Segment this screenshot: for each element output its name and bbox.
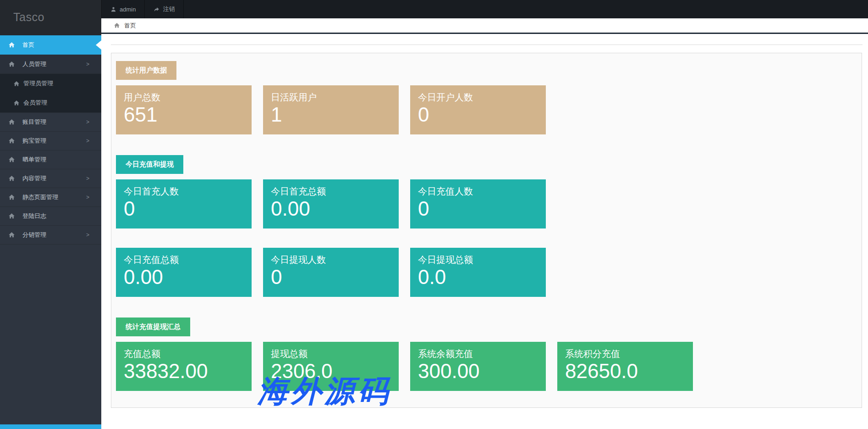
home-icon — [8, 232, 15, 238]
stat-card: 今日开户人数 0 — [410, 85, 546, 134]
home-icon — [114, 22, 120, 28]
stat-card: 今日首充总额 0.00 — [263, 179, 399, 228]
sidebar-item-label: 首页 — [22, 41, 34, 49]
stat-card: 今日充值总额 0.00 — [116, 248, 252, 297]
user-icon — [110, 6, 116, 12]
sidebar-item-label: 晒单管理 — [22, 156, 46, 164]
stat-card-title: 提现总额 — [271, 348, 399, 360]
sidebar: Tasco 首页 人员管理 > 管理员管理 — [0, 0, 101, 429]
stat-card-value: 0 — [418, 104, 546, 125]
stat-card-value: 0.00 — [124, 267, 252, 288]
home-icon — [13, 100, 20, 106]
sidebar-item-label: 内容管理 — [22, 174, 46, 183]
stats-section: 统计用户数据 用户总数 651 日活跃用户 1 今日开户人数 0 — [116, 61, 856, 134]
chevron-right-icon: > — [86, 194, 89, 201]
stat-card-value: 0 — [418, 198, 546, 219]
stat-card-title: 今日充值人数 — [418, 185, 546, 198]
sidebar-item-label: 购宝管理 — [22, 137, 46, 145]
divider — [111, 45, 863, 45]
logout-icon — [154, 6, 159, 12]
sidebar-nav: 首页 人员管理 > 管理员管理 会员管理 — [0, 35, 101, 245]
stat-card-title: 今日首充人数 — [124, 185, 252, 198]
stat-card: 今日充值人数 0 — [410, 179, 546, 228]
stat-cards-row: 今日首充人数 0 今日首充总额 0.00 今日充值人数 0 — [116, 179, 856, 228]
sidebar-item[interactable]: 购宝管理 > — [0, 132, 101, 150]
stat-card: 日活跃用户 1 — [263, 85, 399, 134]
app-logo: Tasco — [0, 0, 101, 35]
stat-card-value: 33832.00 — [124, 361, 252, 382]
stat-card: 今日提现总额 0.0 — [410, 248, 546, 297]
stat-card: 充值总额 33832.00 — [116, 342, 252, 391]
sidebar-item[interactable]: 晒单管理 — [0, 150, 101, 169]
sidebar-submenu: 管理员管理 会员管理 — [0, 74, 101, 113]
stat-card: 今日提现人数 0 — [263, 248, 399, 297]
stat-cards-row: 充值总额 33832.00 提现总额 2306.0 系统余额充值 300.00 … — [116, 342, 856, 391]
active-item-notch — [96, 40, 101, 50]
stat-cards-row: 今日充值总额 0.00 今日提现人数 0 今日提现总额 0.0 — [116, 248, 856, 297]
breadcrumb: 首页 — [101, 18, 868, 34]
chevron-right-icon: > — [86, 232, 89, 238]
stat-card: 今日首充人数 0 — [116, 179, 252, 228]
sidebar-subitem-label: 管理员管理 — [23, 79, 53, 88]
stat-card-value: 651 — [124, 104, 252, 125]
stat-card: 系统余额充值 300.00 — [410, 342, 546, 391]
home-icon — [8, 61, 15, 67]
stat-card-title: 用户总数 — [124, 91, 252, 104]
home-icon — [8, 138, 15, 144]
main-content: 统计用户数据 用户总数 651 日活跃用户 1 今日开户人数 0 今日充值和提现… — [101, 34, 868, 429]
stat-card-value: 1 — [271, 104, 399, 125]
home-icon — [8, 213, 15, 219]
stats-section: 统计充值提现汇总 充值总额 33832.00 提现总额 2306.0 系统余额充… — [116, 318, 856, 391]
sidebar-item-label: 静态页面管理 — [22, 193, 58, 201]
stat-card-value: 0.00 — [271, 198, 399, 219]
topbar: admin 注销 — [101, 0, 868, 18]
sidebar-item[interactable]: 账目管理 > — [0, 113, 101, 132]
home-icon — [13, 81, 20, 87]
stat-card-title: 充值总额 — [124, 348, 252, 360]
sidebar-item[interactable]: 登陆日志 — [0, 207, 101, 226]
sidebar-item[interactable]: 人员管理 > — [0, 55, 101, 74]
home-icon — [8, 156, 15, 163]
stat-card-title: 今日充值总额 — [124, 254, 252, 266]
sidebar-subitem-label: 会员管理 — [23, 99, 47, 107]
user-menu[interactable]: admin — [101, 0, 145, 18]
sidebar-bottom-highlight — [0, 424, 101, 429]
sidebar-item[interactable]: 内容管理 > — [0, 169, 101, 188]
stat-card-title: 今日提现人数 — [271, 254, 399, 266]
home-icon — [8, 194, 15, 201]
stats-section: 今日充值和提现 今日首充人数 0 今日首充总额 0.00 今日充值人数 0 今日… — [116, 155, 856, 297]
stat-card-value: 0 — [124, 198, 252, 219]
home-icon — [8, 42, 15, 48]
sidebar-item-label: 登陆日志 — [22, 212, 46, 220]
sidebar-item[interactable]: 首页 — [0, 35, 101, 55]
stat-card-title: 今日提现总额 — [418, 254, 546, 266]
stat-card-value: 2306.0 — [271, 361, 399, 382]
section-title-chip: 统计充值提现汇总 — [116, 318, 190, 336]
chevron-right-icon: > — [86, 119, 89, 125]
dashboard-panel: 统计用户数据 用户总数 651 日活跃用户 1 今日开户人数 0 今日充值和提现… — [111, 53, 862, 408]
stat-card-title: 今日首充总额 — [271, 185, 399, 198]
home-icon — [8, 175, 15, 182]
stat-card-value: 300.00 — [418, 361, 546, 382]
stat-card: 用户总数 651 — [116, 85, 252, 134]
logout-button[interactable]: 注销 — [145, 0, 184, 18]
sidebar-item-label: 人员管理 — [22, 60, 46, 68]
stat-cards-row: 用户总数 651 日活跃用户 1 今日开户人数 0 — [116, 85, 856, 134]
stat-card-title: 日活跃用户 — [271, 91, 399, 104]
stat-card-title: 系统余额充值 — [418, 348, 546, 360]
sidebar-item[interactable]: 静态页面管理 > — [0, 188, 101, 207]
stat-card-title: 系统积分充值 — [565, 348, 693, 360]
user-name: admin — [120, 6, 136, 13]
breadcrumb-current[interactable]: 首页 — [124, 22, 136, 30]
stat-card: 系统积分充值 82650.0 — [557, 342, 693, 391]
sidebar-item[interactable]: 分销管理 > — [0, 226, 101, 245]
sidebar-subitem[interactable]: 会员管理 — [0, 93, 101, 112]
stat-card-value: 0.0 — [418, 267, 546, 288]
chevron-right-icon: > — [86, 175, 89, 182]
home-icon — [8, 119, 15, 125]
stat-card-value: 0 — [271, 267, 399, 288]
chevron-right-icon: > — [86, 61, 89, 67]
sidebar-subitem[interactable]: 管理员管理 — [0, 74, 101, 93]
stat-card-value: 82650.0 — [565, 361, 693, 382]
logout-label: 注销 — [163, 5, 175, 13]
